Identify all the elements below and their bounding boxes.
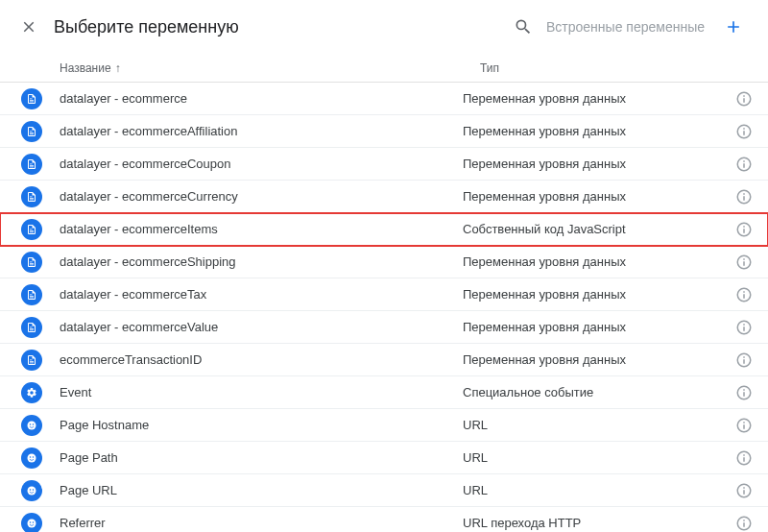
variable-type: Переменная уровня данных [463,320,728,334]
variable-name: Page URL [60,483,463,497]
svg-point-1 [30,423,32,425]
info-icon[interactable] [735,156,753,173]
variable-row[interactable]: ReferrerURL перехода HTTP [0,507,768,532]
variable-name: ecommerceTransactionID [60,352,463,367]
info-icon[interactable] [735,482,753,499]
variable-type: Переменная уровня данных [463,287,728,302]
variable-name: datalayer - ecommerce [60,91,463,106]
column-header-name[interactable]: Название ↑ [60,61,480,75]
svg-point-11 [33,521,35,523]
plus-icon [724,17,743,36]
variable-row[interactable]: Page URLURL [0,474,768,507]
variable-row[interactable]: Page HostnameURL [0,409,768,442]
info-icon[interactable] [735,221,753,238]
document-icon [21,317,42,338]
dialog-title: Выберите переменную [54,17,239,37]
variable-row[interactable]: datalayer - ecommerceValueПеременная уро… [0,311,768,344]
gear-icon [21,382,42,403]
dialog-header: Выберите переменную Встроенные переменны… [0,0,768,54]
info-icon[interactable] [735,319,753,336]
variable-type: Специальное событие [463,385,728,399]
info-icon[interactable] [735,449,753,467]
svg-point-3 [28,453,36,462]
variable-row[interactable]: datalayer - ecommerceTaxПеременная уровн… [0,278,768,311]
svg-point-9 [28,519,36,527]
svg-point-2 [33,423,35,425]
variable-name: datalayer - ecommerceAffiliation [60,124,463,138]
variable-row[interactable]: datalayer - ecommerceCouponПеременная ур… [0,148,768,181]
add-variable-button[interactable] [714,8,753,46]
close-icon [20,18,37,36]
variable-row[interactable]: ecommerceTransactionIDПеременная уровня … [0,344,768,376]
variable-type: Переменная уровня данных [463,352,728,367]
document-icon [21,88,42,109]
variable-row[interactable]: datalayer - ecommerceПеременная уровня д… [0,83,768,115]
variable-row[interactable]: datalayer - ecommerceShippingПеременная … [0,246,768,278]
variable-type: URL [463,418,728,432]
close-button[interactable] [10,8,48,46]
variable-name: datalayer - ecommerceItems [60,222,463,236]
smiley-icon [21,480,42,501]
variable-row[interactable]: EventСпециальное событие [0,376,768,409]
info-icon[interactable] [735,123,753,140]
svg-point-6 [28,486,36,495]
svg-point-8 [33,489,35,491]
variable-name: datalayer - ecommerceTax [60,287,463,302]
variable-name: Event [60,385,463,399]
variable-name: datalayer - ecommerceCoupon [60,157,463,171]
svg-point-10 [30,521,32,523]
info-icon[interactable] [735,188,753,206]
column-header-type-label: Тип [480,61,499,75]
variable-name: datalayer - ecommerceCurrency [60,189,463,204]
document-icon [21,186,42,207]
info-icon[interactable] [735,351,753,369]
svg-point-4 [30,456,32,458]
variable-name: Page Path [60,450,463,465]
info-icon[interactable] [735,417,753,434]
variable-type: Переменная уровня данных [463,157,728,171]
column-header-name-label: Название [60,61,111,75]
variable-name: Referrer [60,516,463,530]
search-button[interactable] [504,8,542,46]
variable-name: datalayer - ecommerceShipping [60,254,463,269]
variable-type: Переменная уровня данных [463,124,728,138]
variable-row[interactable]: datalayer - ecommerceAffiliationПеременн… [0,115,768,148]
variable-list: datalayer - ecommerceПеременная уровня д… [0,83,768,532]
smiley-icon [21,513,42,533]
info-icon[interactable] [735,254,753,271]
sort-ascending-icon: ↑ [115,61,121,75]
search-icon [514,17,533,36]
document-icon [21,154,42,175]
variable-row[interactable]: datalayer - ecommerceItemsСобственный ко… [0,213,768,246]
document-icon [21,284,42,305]
builtin-variables-hint: Встроенные переменные [546,19,705,35]
info-icon[interactable] [735,515,753,532]
variable-type: Переменная уровня данных [463,91,728,106]
variable-row[interactable]: datalayer - ecommerceCurrencyПеременная … [0,181,768,213]
svg-point-7 [30,489,32,491]
info-icon[interactable] [735,384,753,401]
variable-type: Переменная уровня данных [463,189,728,204]
smiley-icon [21,447,42,469]
info-icon[interactable] [735,90,753,108]
variable-type: Переменная уровня данных [463,254,728,269]
svg-point-5 [33,456,35,458]
variable-type: URL перехода HTTP [463,516,728,530]
info-icon[interactable] [735,286,753,303]
variable-type: URL [463,450,728,465]
variable-row[interactable]: Page PathURL [0,442,768,474]
svg-point-0 [28,421,36,429]
table-header: Название ↑ Тип [0,54,768,83]
document-icon [21,350,42,371]
smiley-icon [21,415,42,436]
document-icon [21,121,42,142]
document-icon [21,252,42,273]
document-icon [21,219,42,240]
variable-type: Собственный код JavaScript [463,222,728,236]
variable-name: Page Hostname [60,418,463,432]
variable-type: URL [463,483,728,497]
column-header-type[interactable]: Тип [480,61,753,75]
variable-name: datalayer - ecommerceValue [60,320,463,334]
